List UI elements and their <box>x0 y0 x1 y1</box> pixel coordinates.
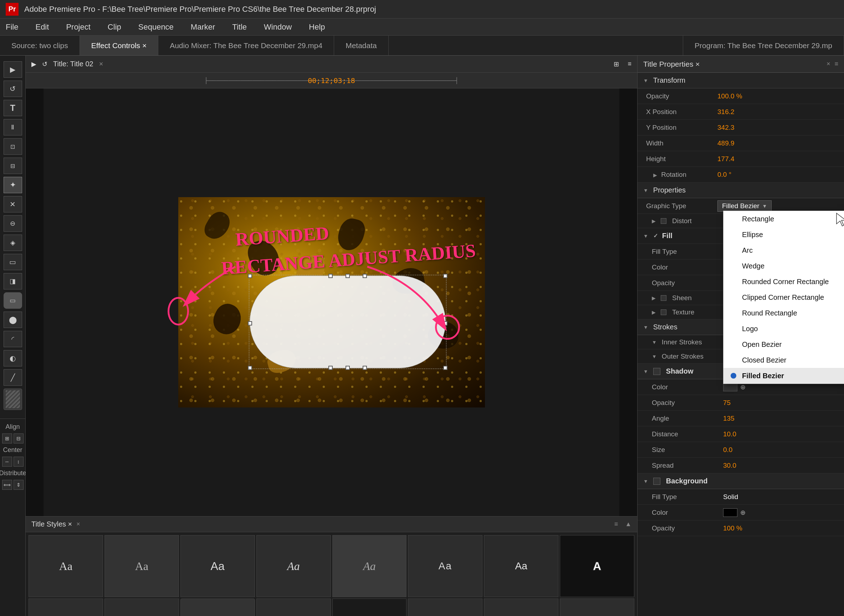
align-right[interactable]: ⊟ <box>13 434 23 443</box>
close-title[interactable]: × <box>99 60 103 68</box>
dropdown-item-clipped-corner[interactable]: Clipped Corner Rectangle <box>724 289 844 305</box>
panel-title: Title Properties × <box>643 60 700 69</box>
graphic-type-value: Filled Bezier <box>722 202 759 210</box>
tool-ellipse[interactable]: ⬤ <box>4 312 22 328</box>
menu-project[interactable]: Project <box>66 22 90 32</box>
tool-area-text[interactable]: ⊡ <box>4 138 22 155</box>
style-item[interactable]: A <box>560 535 634 597</box>
tool-clipped-rect[interactable]: ◨ <box>4 273 22 289</box>
menu-edit[interactable]: Edit <box>35 22 49 32</box>
style-item[interactable]: Aa <box>181 598 255 616</box>
shadow-label: Shadow <box>666 367 694 375</box>
style-item[interactable]: Aa <box>408 535 483 597</box>
bg-fill-type-value[interactable]: Solid <box>723 493 738 501</box>
x-position-value[interactable]: 316.2 <box>718 108 734 116</box>
tool-convert-anchor[interactable]: ◈ <box>4 235 22 251</box>
tool-thumbnail[interactable] <box>4 389 22 410</box>
opacity-label: Opacity <box>646 92 718 100</box>
shadow-color-swatch[interactable] <box>723 383 737 392</box>
bg-eyedropper-icon[interactable]: ⊕ <box>740 509 746 516</box>
tab-effect-controls[interactable]: Effect Controls × <box>80 36 158 55</box>
menu-sequence[interactable]: Sequence <box>138 22 174 32</box>
shadow-checkbox[interactable] <box>653 368 661 375</box>
center-v[interactable]: ↕ <box>13 457 23 466</box>
dropdown-item-open-bezier[interactable]: Open Bezier <box>724 336 844 352</box>
distort-checkbox[interactable] <box>661 218 666 224</box>
tool-delete-anchor[interactable]: ⊖ <box>4 215 22 232</box>
style-item[interactable]: Aa <box>484 535 558 597</box>
style-item[interactable]: Aa <box>332 535 407 597</box>
tool-pen[interactable]: ✦ <box>4 177 22 193</box>
tab-metadata[interactable]: Metadata <box>334 36 389 55</box>
style-item[interactable]: Aa <box>484 598 558 616</box>
graphic-type-dropdown[interactable]: Filled Bezier ▼ <box>718 200 772 212</box>
tool-anchor[interactable]: ✕ <box>4 196 22 213</box>
tool-rectangle[interactable]: ▭ <box>4 254 22 270</box>
style-item[interactable]: AA <box>408 598 483 616</box>
sheen-checkbox[interactable] <box>661 295 666 301</box>
menu-file[interactable]: File <box>6 22 18 32</box>
style-item[interactable]: Aa <box>28 598 103 616</box>
background-checkbox[interactable] <box>653 478 661 485</box>
dropdown-item-wedge[interactable]: Wedge <box>724 258 844 274</box>
shadow-distance-value[interactable]: 10.0 <box>723 430 736 438</box>
distribute-v[interactable]: ⇕ <box>13 480 23 490</box>
opacity-value[interactable]: 100.0 % <box>718 92 743 100</box>
tab-audio-mixer[interactable]: Audio Mixer: The Bee Tree December 29.mp… <box>158 36 334 55</box>
shadow-spread-value[interactable]: 30.0 <box>723 462 736 469</box>
shadow-angle-value[interactable]: 135 <box>723 415 734 422</box>
distort-triangle: ▶ <box>652 218 656 224</box>
rotation-value[interactable]: 0.0 ° <box>718 171 731 179</box>
style-item[interactable]: Aa <box>104 535 179 597</box>
dropdown-item-ellipse[interactable]: Ellipse <box>724 227 844 242</box>
graphic-type-dropdown-menu[interactable]: Rectangle Ellipse Arc Wedge Rounded Corn… <box>723 211 844 384</box>
bg-opacity-value[interactable]: 100 % <box>723 524 743 532</box>
menu-marker[interactable]: Marker <box>191 22 215 32</box>
menu-title[interactable]: Title <box>232 22 247 32</box>
style-item[interactable]: Aa <box>332 598 407 616</box>
menu-help[interactable]: Help <box>309 22 325 32</box>
shadow-spread-label: Spread <box>652 462 723 469</box>
height-value[interactable]: 177.4 <box>718 155 734 163</box>
style-item[interactable]: Aa <box>104 598 179 616</box>
title-editor: ├───────────────────────────────────────… <box>26 73 637 516</box>
dropdown-item-arc[interactable]: Arc <box>724 242 844 258</box>
width-value[interactable]: 489.9 <box>718 139 734 147</box>
tool-text[interactable]: T <box>4 100 22 116</box>
tab-source[interactable]: Source: two clips <box>0 36 80 55</box>
dropdown-item-filled-bezier[interactable]: Filled Bezier <box>724 368 844 384</box>
tool-area-text-v[interactable]: ⊟ <box>4 158 22 174</box>
shadow-opacity-value[interactable]: 75 <box>723 399 731 407</box>
tool-text-vertical[interactable]: Ⅱ <box>4 119 22 135</box>
tool-rounded-rect[interactable]: ▭ <box>4 292 22 309</box>
style-item[interactable]: Aa <box>256 535 331 597</box>
tool-wedge[interactable]: ◐ <box>4 350 22 367</box>
bg-color-swatch[interactable] <box>723 508 737 517</box>
style-item[interactable]: Aa <box>28 535 103 597</box>
style-item[interactable]: AA <box>256 598 331 616</box>
tool-arc[interactable]: ◜ <box>4 331 22 347</box>
dropdown-item-rounded-corner[interactable]: Rounded Corner Rectangle <box>724 274 844 289</box>
tool-line[interactable]: ╱ <box>4 369 22 386</box>
dropdown-item-round-rectangle[interactable]: Round Rectangle <box>724 305 844 321</box>
y-position-value[interactable]: 342.3 <box>718 124 734 132</box>
section-background[interactable]: ▼ Background <box>637 474 844 489</box>
style-item[interactable]: A A <box>560 598 634 616</box>
align-left[interactable]: ⊞ <box>2 434 12 443</box>
style-item[interactable]: Aa <box>181 535 255 597</box>
dropdown-item-logo[interactable]: Logo <box>724 321 844 336</box>
distribute-h[interactable]: ⟺ <box>2 480 12 490</box>
menu-window[interactable]: Window <box>264 22 292 32</box>
dropdown-item-closed-bezier[interactable]: Closed Bezier <box>724 352 844 368</box>
texture-checkbox[interactable] <box>661 309 666 315</box>
tool-select[interactable]: ▶ <box>4 61 22 78</box>
shadow-eyedropper-icon[interactable]: ⊕ <box>740 383 746 391</box>
dropdown-item-rectangle[interactable]: Rectangle <box>724 211 844 227</box>
tool-rotation[interactable]: ↺ <box>4 81 22 97</box>
shadow-size-value[interactable]: 0.0 <box>723 446 732 454</box>
section-transform[interactable]: ▼ Transform <box>637 73 844 88</box>
menu-clip[interactable]: Clip <box>108 22 121 32</box>
section-properties[interactable]: ▼ Properties <box>637 182 844 198</box>
center-h[interactable]: ↔ <box>2 457 12 466</box>
distribute-label: Distribute <box>0 469 26 477</box>
